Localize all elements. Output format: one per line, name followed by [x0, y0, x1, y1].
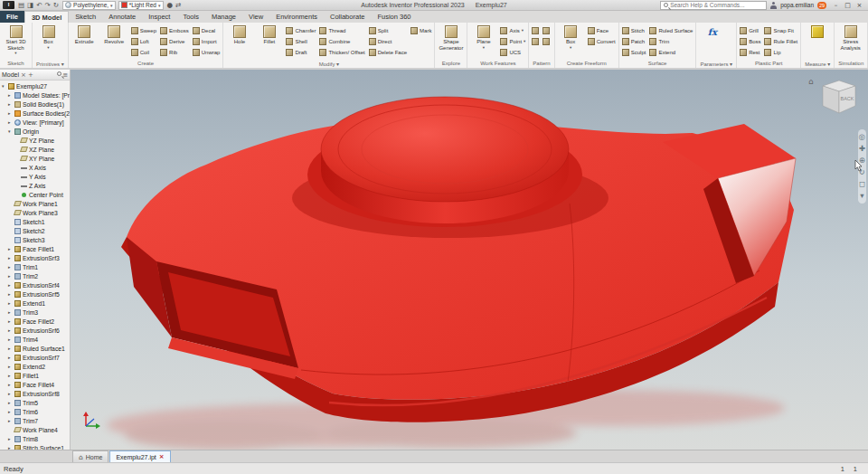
shape-generator-button[interactable]: Shape Generator: [437, 23, 465, 51]
tree-caret-icon[interactable]: ▸: [8, 318, 13, 324]
split-button[interactable]: Split: [368, 25, 408, 35]
ribbon-tab-view[interactable]: View: [242, 11, 269, 23]
tree-item-extend2[interactable]: ▸Extend2: [0, 362, 70, 371]
tree-item-trim2[interactable]: ▸Trim2: [0, 271, 70, 280]
tree-caret-icon[interactable]: ▸: [8, 92, 13, 98]
tree-caret-icon[interactable]: ▸: [8, 273, 13, 279]
tree-item-work-plane1[interactable]: Work Plane1: [0, 199, 70, 208]
tree-item-extrusionsrf7[interactable]: ▸ExtrusionSrf7: [0, 353, 70, 362]
boss-top[interactable]: [321, 97, 569, 202]
ruled-surface-button[interactable]: Ruled Surface: [648, 25, 693, 35]
rib-button[interactable]: Rib: [159, 47, 190, 57]
decal-button[interactable]: Decal: [192, 25, 222, 35]
tree-caret-icon[interactable]: ▸: [8, 246, 13, 251]
ribbon-tab-file[interactable]: File: [0, 11, 24, 23]
sketch-driven-pattern-button[interactable]: [542, 25, 551, 35]
pan-icon[interactable]: ✚: [859, 145, 865, 153]
qat-update-button[interactable]: ↻: [52, 1, 60, 9]
tree-caret-icon[interactable]: ▾: [2, 83, 6, 89]
grill-button[interactable]: Grill: [739, 25, 761, 35]
start-3d-sketch-button[interactable]: Start 3D Sketch▾: [2, 23, 30, 55]
tree-item-work-plane4[interactable]: Work Plane4: [0, 425, 70, 434]
tree-caret-icon[interactable]: ▸: [8, 282, 13, 288]
tree-item-extrusionsrf6[interactable]: ▸ExtrusionSrf6: [0, 326, 70, 335]
draft-button[interactable]: Draft: [285, 47, 316, 57]
notification-badge[interactable]: 29: [817, 2, 826, 9]
browser-search-icon[interactable]: [57, 71, 61, 76]
close-button[interactable]: ×: [854, 1, 865, 10]
tree-caret-icon[interactable]: ▸: [8, 409, 13, 414]
sculpt-button[interactable]: Sculpt: [621, 47, 647, 57]
search-input[interactable]: [670, 2, 763, 8]
browser-close-icon[interactable]: ×: [21, 71, 26, 79]
ucs-button[interactable]: UCS: [499, 47, 526, 57]
viewport[interactable]: ⌂ BACK ◎✚⊕↻◻▾: [71, 70, 868, 450]
tree-item-trim3[interactable]: ▸Trim3: [0, 308, 70, 317]
panel-label-create-freeform[interactable]: Create Freeform: [557, 59, 617, 68]
tree-item-yz-plane[interactable]: YZ Plane: [0, 136, 70, 145]
snap-fit-button[interactable]: Snap Fit: [763, 25, 798, 35]
tree-item-z-axis[interactable]: Z Axis: [0, 181, 70, 190]
derive-button[interactable]: Derive: [159, 36, 190, 46]
stress-analysis-button[interactable]: Stress Analysis: [836, 23, 864, 51]
browser-add-icon[interactable]: +: [28, 71, 33, 79]
boss-button[interactable]: Boss: [739, 36, 761, 46]
hole-button[interactable]: Hole: [225, 23, 253, 45]
tree-item-extrusionsrf8[interactable]: ▸ExtrusionSrf8: [0, 389, 70, 398]
extrude-button[interactable]: Extrude: [71, 23, 99, 45]
rectangular-pattern-button[interactable]: [531, 25, 540, 35]
tree-item-trim4[interactable]: ▸Trim4: [0, 335, 70, 344]
tree-caret-icon[interactable]: ▸: [8, 300, 13, 306]
tree-item-trim5[interactable]: ▸Trim5: [0, 398, 70, 407]
ribbon-tab-environments[interactable]: Environments: [269, 11, 324, 23]
panel-label-explore[interactable]: Explore: [437, 59, 465, 68]
tree-item-trim8[interactable]: ▸Trim8: [0, 434, 70, 443]
stitch-button[interactable]: Stitch: [621, 25, 647, 35]
panel-label-pattern[interactable]: Pattern: [531, 59, 552, 68]
tree-caret-icon[interactable]: ▸: [8, 309, 13, 315]
chamfer-button[interactable]: Chamfer: [285, 25, 316, 35]
combine-button[interactable]: Combine: [318, 36, 365, 46]
unwrap-button[interactable]: Unwrap: [192, 47, 222, 57]
box-button[interactable]: Box▾: [34, 23, 62, 50]
circular-pattern-button[interactable]: [531, 36, 540, 46]
fillet-button[interactable]: Fillet: [255, 23, 283, 45]
axis-button[interactable]: Axis▾: [499, 25, 526, 35]
tree-item-surface-bodies-25[interactable]: ▸Surface Bodies(25): [0, 109, 70, 118]
ribbon-tab-manage[interactable]: Manage: [205, 11, 242, 23]
scene-canvas[interactable]: [71, 70, 868, 450]
ribbon-tab-annotate[interactable]: Annotate: [102, 11, 142, 23]
material-select[interactable]: Polyethylene, ▾: [62, 1, 116, 10]
tree-caret-icon[interactable]: ▸: [8, 110, 13, 116]
appearance-select[interactable]: *Light Red ▾: [118, 1, 164, 10]
panel-label-measure[interactable]: Measure ▾: [803, 59, 832, 68]
help-search[interactable]: [660, 1, 767, 10]
app-logo-icon[interactable]: I: [3, 1, 14, 9]
import-button[interactable]: Import: [192, 36, 222, 46]
home-view-icon[interactable]: ⌂: [808, 77, 814, 86]
ribbon-tab-inspect[interactable]: Inspect: [142, 11, 176, 23]
tree-item-solid-bodies-1[interactable]: ▸Solid Bodies(1): [0, 100, 70, 109]
panel-label-surface[interactable]: Surface: [621, 59, 694, 68]
tree-caret-icon[interactable]: ▾: [8, 128, 13, 134]
loft-button[interactable]: Loft: [130, 36, 157, 46]
convert-button[interactable]: Convert: [587, 36, 617, 46]
tree-caret-icon[interactable]: ▸: [8, 391, 13, 396]
tree-item-x-axis[interactable]: X Axis: [0, 163, 70, 172]
thicken-offset-button[interactable]: Thicken/ Offset: [318, 47, 365, 57]
tree-item-ruled-surface1[interactable]: ▸Ruled Surface1: [0, 344, 70, 353]
view-cube[interactable]: ⌂ BACK: [807, 73, 863, 120]
tree-item-xy-plane[interactable]: XY Plane: [0, 154, 70, 163]
fx-parameters-button[interactable]: fx: [698, 23, 726, 38]
navigation-wheel-icon[interactable]: ◎: [859, 133, 865, 141]
tree-item-extrusionsrf3[interactable]: ▸ExtrusionSrf3: [0, 253, 70, 262]
tree-item-exemplu27[interactable]: ▾Exemplu27: [0, 81, 70, 90]
appearance-sphere-button[interactable]: ●: [166, 1, 175, 9]
tree-item-sketch3[interactable]: Sketch3: [0, 235, 70, 244]
tree-item-face-fillet2[interactable]: ▸Face Fillet2: [0, 317, 70, 326]
view-cube-face-label[interactable]: BACK: [841, 96, 854, 101]
rest-button[interactable]: Rest: [739, 47, 761, 57]
qat-save-button[interactable]: ◨: [26, 1, 34, 9]
plane-button[interactable]: Plane▾: [469, 23, 497, 50]
tree-item-trim7[interactable]: ▸Trim7: [0, 416, 70, 425]
